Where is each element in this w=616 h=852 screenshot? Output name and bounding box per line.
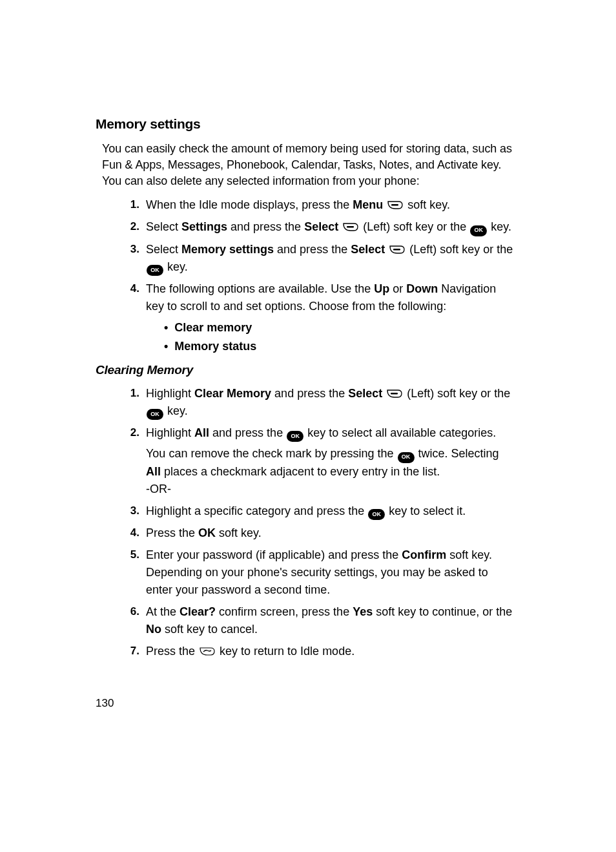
bold-all: All xyxy=(194,426,209,439)
bold-select: Select xyxy=(304,220,338,233)
text: twice. Selecting xyxy=(415,447,499,460)
step-number: 2. xyxy=(127,424,146,498)
bold-up: Up xyxy=(374,282,389,295)
text: Select xyxy=(146,243,181,256)
step-number: 6. xyxy=(127,603,146,638)
text: Memory status xyxy=(174,338,256,355)
sub-bullets: Clear memory Memory status xyxy=(146,319,516,355)
text: confirm screen, press the xyxy=(216,605,353,618)
step-1: 1. When the Idle mode displays, press th… xyxy=(127,196,516,214)
step-number: 2. xyxy=(127,218,146,236)
text: Highlight a specific category and press … xyxy=(146,504,367,517)
bold-select: Select xyxy=(351,243,385,256)
text: soft key to cancel. xyxy=(161,623,258,636)
text: and press the xyxy=(274,243,351,256)
steps-list-1: 1. When the Idle mode displays, press th… xyxy=(96,196,516,357)
bold-yes: Yes xyxy=(353,605,373,618)
page-number: 130 xyxy=(96,697,114,710)
softkey-icon xyxy=(389,245,406,255)
text: and press the xyxy=(271,387,348,400)
text: soft key to continue, or the xyxy=(373,605,512,618)
bold-no: No xyxy=(146,623,161,636)
step-number: 3. xyxy=(127,503,146,520)
bold-down: Down xyxy=(406,282,438,295)
ok-key-icon: OK xyxy=(147,265,163,276)
text: The following options are available. Use… xyxy=(146,282,374,295)
steps-list-2: 1. Highlight Clear Memory and press the … xyxy=(96,385,516,660)
step-number: 5. xyxy=(127,546,146,599)
cm-step-5: 5. Enter your password (if applicable) a… xyxy=(127,546,516,599)
text: (Left) soft key or the xyxy=(406,243,513,256)
text: When the Idle mode displays, press the xyxy=(146,198,353,211)
cm-step-6: 6. At the Clear? confirm screen, press t… xyxy=(127,603,516,638)
step-number: 7. xyxy=(127,643,146,660)
text: Press the xyxy=(146,645,198,658)
bold-ok: OK xyxy=(198,526,216,539)
bold-menu: Menu xyxy=(353,198,383,211)
step-3: 3. Select Memory settings and press the … xyxy=(127,241,516,276)
step-number: 4. xyxy=(127,280,146,357)
bold-settings: Settings xyxy=(181,220,227,233)
ok-key-icon: OK xyxy=(368,509,385,520)
text: Highlight xyxy=(146,387,194,400)
bullet-memory-status: Memory status xyxy=(164,338,516,355)
text-or: -OR- xyxy=(146,481,516,498)
text: Clear memory xyxy=(174,319,252,337)
text: (Left) soft key or the xyxy=(360,220,469,233)
text: places a checkmark adjacent to every ent… xyxy=(161,465,440,478)
step-number: 4. xyxy=(127,525,146,542)
bold-memory-settings: Memory settings xyxy=(181,243,274,256)
text: key. xyxy=(164,260,188,273)
softkey-icon xyxy=(386,389,403,399)
text: soft key. xyxy=(216,526,262,539)
ok-key-icon: OK xyxy=(470,225,487,236)
text: key to select all available categories. xyxy=(304,426,496,439)
step-4: 4. The following options are available. … xyxy=(127,280,516,357)
text: or xyxy=(389,282,406,295)
text: and press the xyxy=(227,220,304,233)
text: and press the xyxy=(209,426,286,439)
text: Highlight xyxy=(146,426,194,439)
text: Select xyxy=(146,220,181,233)
step-number: 3. xyxy=(127,241,146,276)
bold-select: Select xyxy=(348,387,382,400)
text: (Left) soft key or the xyxy=(404,387,510,400)
text: Press the xyxy=(146,526,198,539)
bold-all: All xyxy=(146,465,161,478)
cm-step-4: 4. Press the OK soft key. xyxy=(127,525,516,542)
ok-key-icon: OK xyxy=(398,452,415,463)
intro-paragraph: You can easily check the amount of memor… xyxy=(96,141,516,189)
end-key-icon xyxy=(199,646,216,657)
bullet-clear-memory: Clear memory xyxy=(164,319,516,337)
text: You can remove the check mark by pressin… xyxy=(146,447,397,460)
bold-clear-memory: Clear Memory xyxy=(194,387,271,400)
text: key to return to Idle mode. xyxy=(216,645,354,658)
step-2: 2. Select Settings and press the Select … xyxy=(127,218,516,236)
ok-key-icon: OK xyxy=(287,431,303,442)
cm-step-2: 2. Highlight All and press the OK key to… xyxy=(127,424,516,498)
text: soft key. xyxy=(404,198,450,211)
heading-memory-settings: Memory settings xyxy=(96,116,516,132)
bold-confirm: Confirm xyxy=(402,548,446,561)
text: key. xyxy=(488,220,511,233)
text: key to select it. xyxy=(385,504,466,517)
step-number: 1. xyxy=(127,196,146,214)
ok-key-icon: OK xyxy=(147,409,163,420)
cm-step-3: 3. Highlight a specific category and pre… xyxy=(127,503,516,520)
text: key. xyxy=(164,404,188,417)
bold-clear: Clear? xyxy=(180,605,216,618)
step-number: 1. xyxy=(127,385,146,420)
cm-step-1: 1. Highlight Clear Memory and press the … xyxy=(127,385,516,420)
softkey-icon xyxy=(342,222,359,232)
softkey-icon xyxy=(387,200,404,210)
heading-clearing-memory: Clearing Memory xyxy=(96,363,516,377)
cm-step-7: 7. Press the key to return to Idle mode. xyxy=(127,643,516,660)
text: Enter your password (if applicable) and … xyxy=(146,548,402,561)
text: At the xyxy=(146,605,180,618)
